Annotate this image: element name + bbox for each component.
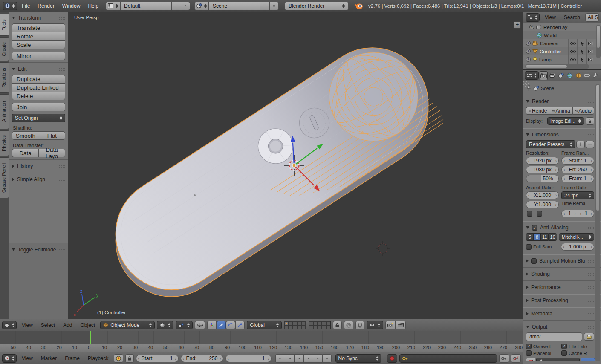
panel-header-performance[interactable]: Performance: [526, 283, 594, 292]
manipulator-translate-toggle[interactable]: [217, 321, 226, 329]
aspect-x-field[interactable]: ‹X:1.000›: [526, 191, 559, 199]
viewport-canvas[interactable]: User Persp (1) Controller z y x +: [68, 12, 523, 319]
visibility-eye-toggle[interactable]: [568, 47, 577, 55]
editor-type-button-properties[interactable]: [525, 71, 539, 80]
output-path-field[interactable]: /tmp/: [526, 332, 582, 341]
manipulator-scale-toggle[interactable]: [235, 321, 245, 329]
render-audio-button[interactable]: Audio: [572, 107, 594, 115]
region-corner-grip[interactable]: [523, 81, 529, 87]
panel-header-dimensions[interactable]: Dimensions: [526, 130, 594, 139]
tab-render[interactable]: [540, 71, 548, 80]
renderability-toggle[interactable]: [586, 47, 595, 55]
file-extensions-checkbox[interactable]: [561, 344, 567, 349]
aa-samples-8[interactable]: 8: [533, 233, 540, 241]
snap-element-dropdown[interactable]: [367, 321, 383, 329]
panel-header-output[interactable]: Output: [526, 323, 594, 331]
menu-select[interactable]: Select: [38, 322, 58, 328]
panel-header-toggle-editmode[interactable]: Toggle Editmode: [12, 246, 65, 254]
menu-tl-playback[interactable]: Playback: [85, 355, 112, 361]
render-engine-select[interactable]: Blender Render: [285, 2, 349, 10]
lock-to-scene-toggle[interactable]: [333, 321, 342, 329]
panel-header-history[interactable]: History: [12, 162, 65, 170]
outliner-item-controller[interactable]: + Controller: [523, 47, 601, 55]
menu-object[interactable]: Object: [78, 322, 98, 328]
panel-header-anti-aliasing[interactable]: Anti-Aliasing: [526, 223, 594, 232]
transfer-data-button[interactable]: Data: [12, 149, 38, 157]
lock-frame-range-button[interactable]: [125, 354, 134, 363]
delete-layout-button[interactable]: [181, 2, 190, 10]
expand-icon[interactable]: +: [526, 41, 531, 46]
opengl-render-image-button[interactable]: [385, 321, 396, 329]
renderability-toggle[interactable]: [586, 39, 595, 47]
scene-selector-icon-button[interactable]: [194, 2, 209, 10]
set-origin-dropdown[interactable]: Set Origin: [12, 114, 65, 122]
transform-orientation-dropdown[interactable]: Global: [247, 321, 282, 329]
panel-header-transform[interactable]: Transform: [12, 14, 65, 22]
anti-aliasing-checkbox[interactable]: [532, 225, 537, 231]
render-animation-button[interactable]: Anima: [549, 107, 572, 115]
aa-samples-group[interactable]: 5 8 11 16: [526, 233, 557, 241]
panel-header-simple-align[interactable]: Simple Align: [12, 175, 65, 184]
expand-icon[interactable]: +: [526, 57, 531, 62]
menu-tl-frame[interactable]: Frame: [62, 355, 83, 361]
play-reverse-button[interactable]: [294, 354, 303, 363]
jump-to-start-button[interactable]: [275, 354, 285, 363]
manipulator-rotate-toggle[interactable]: [226, 321, 235, 329]
remove-preset-button[interactable]: [586, 141, 594, 148]
outliner-item-lamp[interactable]: + Lamp: [523, 55, 601, 64]
selectability-toggle[interactable]: [577, 39, 586, 47]
shade-smooth-button[interactable]: Smooth: [12, 131, 39, 140]
resolution-percentage-slider[interactable]: 50%: [526, 175, 559, 182]
cache-result-checkbox[interactable]: [561, 350, 567, 356]
crop-checkbox[interactable]: [537, 211, 542, 217]
frame-step-field[interactable]: ‹Fram: 1›: [561, 175, 594, 182]
transfer-data-layout-button[interactable]: Data Layo: [38, 149, 65, 157]
selectability-toggle[interactable]: [577, 55, 586, 64]
scene-name-field[interactable]: Scene: [209, 2, 260, 10]
delete-keyframe-button[interactable]: [511, 354, 521, 363]
menu-view[interactable]: View: [19, 322, 36, 328]
file-format-icon-button[interactable]: [526, 358, 535, 361]
preview-range-clock-button[interactable]: [114, 354, 123, 363]
menu-add[interactable]: Add: [60, 322, 75, 328]
tab-animation[interactable]: Animation: [0, 94, 9, 129]
panel-header-shading[interactable]: Shading: [526, 270, 594, 278]
delete-button[interactable]: Delete: [12, 92, 65, 100]
timeline-playhead[interactable]: [90, 331, 91, 344]
timeline-canvas[interactable]: [0, 331, 523, 344]
renderability-toggle[interactable]: [586, 55, 595, 64]
properties-scrollbar[interactable]: [595, 84, 600, 361]
sync-mode-dropdown[interactable]: No Sync: [335, 354, 381, 363]
resolution-x-field[interactable]: ‹1920 px›: [526, 157, 559, 165]
expand-icon[interactable]: +: [526, 49, 531, 54]
editor-type-button-info[interactable]: [3, 2, 17, 10]
file-format-dropdown[interactable]: [536, 358, 580, 361]
next-keyframe-button[interactable]: [313, 354, 322, 363]
aa-filter-dropdown[interactable]: Mitchell-...: [559, 233, 594, 241]
pivot-point-dropdown[interactable]: [176, 321, 193, 329]
editor-type-button-3dview[interactable]: [2, 321, 17, 329]
pivot-align-toggle[interactable]: [195, 321, 205, 329]
tab-render-layers[interactable]: [549, 71, 556, 80]
border-checkbox[interactable]: [527, 211, 532, 217]
outliner-display-filter-dropdown[interactable]: All Sce: [585, 13, 599, 22]
play-button[interactable]: [303, 354, 313, 363]
visibility-eye-toggle[interactable]: [568, 55, 577, 64]
render-still-button[interactable]: Rende: [526, 107, 549, 115]
motion-blur-checkbox[interactable]: [531, 258, 537, 264]
tab-object[interactable]: [575, 71, 582, 80]
outliner-menu-search[interactable]: Search: [561, 14, 583, 20]
expand-properties-region-button[interactable]: +: [514, 21, 521, 29]
panel-header-render[interactable]: Render: [526, 97, 594, 106]
timeline-ruler[interactable]: -50-40-30-20-100102030405060708090100110…: [0, 344, 523, 352]
tab-scene[interactable]: [557, 71, 565, 80]
duplicate-linked-button[interactable]: Duplicate Linked: [12, 83, 65, 92]
tab-physics[interactable]: Physics: [0, 130, 9, 156]
tab-tools[interactable]: Tools: [0, 14, 9, 36]
manipulator-axes-toggle[interactable]: [207, 321, 217, 329]
tab-modifiers[interactable]: [592, 71, 600, 80]
rotate-button[interactable]: Rotate: [12, 32, 65, 40]
menu-render[interactable]: Render: [35, 3, 57, 9]
aa-samples-11[interactable]: 11: [540, 233, 548, 241]
editor-type-button-outliner[interactable]: [526, 13, 540, 22]
